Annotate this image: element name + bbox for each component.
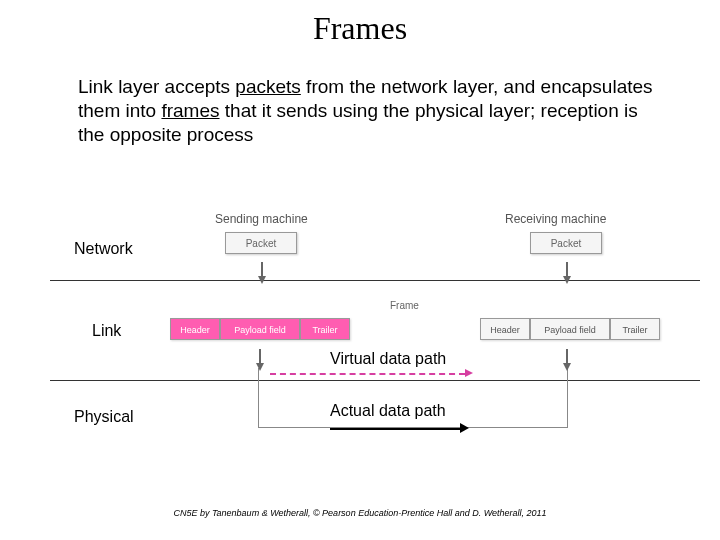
frame-payload-right: Payload field	[530, 318, 610, 340]
frame-trailer-right: Trailer	[610, 318, 660, 340]
virtual-path-label: Virtual data path	[330, 350, 446, 368]
slide-footer: CN5E by Tanenbaum & Wetherall, © Pearson…	[0, 508, 720, 518]
frame-payload-left: Payload field	[220, 318, 300, 340]
receiving-machine-label: Receiving machine	[505, 212, 606, 226]
layer-label-network: Network	[74, 240, 133, 258]
actual-path-arrow-icon	[460, 423, 469, 433]
sending-machine-label: Sending machine	[215, 212, 308, 226]
underlined-packets: packets	[235, 76, 300, 97]
frame-tag-label: Frame	[390, 300, 419, 311]
layer-label-physical: Physical	[74, 408, 134, 426]
slide-body-text: Link layer accepts packets from the netw…	[78, 75, 660, 146]
layer-divider	[50, 280, 700, 281]
arrow-down-icon	[563, 276, 571, 284]
arrow-down-icon	[256, 363, 264, 371]
packet-box-left: Packet	[225, 232, 297, 254]
physical-channel	[258, 368, 568, 428]
slide-title: Frames	[0, 10, 720, 47]
frames-diagram: Network Link Physical Sending machine Re…	[0, 210, 720, 450]
actual-path-line	[330, 428, 460, 430]
frame-header-right: Header	[480, 318, 530, 340]
packet-box-right: Packet	[530, 232, 602, 254]
layer-label-link: Link	[92, 322, 121, 340]
frame-trailer-left: Trailer	[300, 318, 350, 340]
frame-header-left: Header	[170, 318, 220, 340]
underlined-frames: frames	[161, 100, 219, 121]
arrow-down-icon	[258, 276, 266, 284]
arrow-down-icon	[563, 363, 571, 371]
paragraph-text: Link layer accepts	[78, 76, 235, 97]
